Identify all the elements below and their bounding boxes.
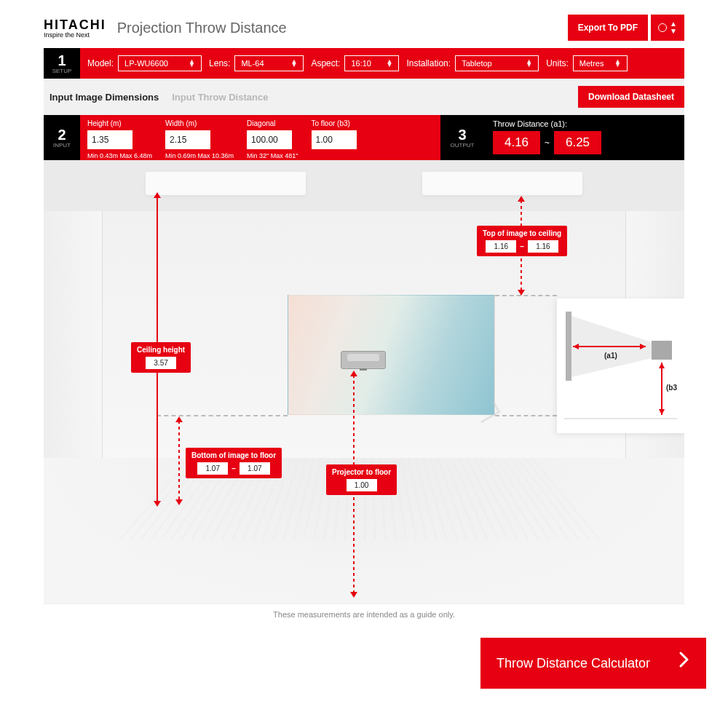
projection-screen bbox=[288, 295, 495, 415]
units-select[interactable]: Metres ▲▼ bbox=[573, 55, 628, 71]
setup-bar: 1 SETUP Model: LP-WU6600 ▲▼ Lens: ML-64 … bbox=[44, 48, 684, 79]
lens-select[interactable]: ML-64 ▲▼ bbox=[234, 55, 304, 71]
guide-line bbox=[495, 295, 557, 296]
brand-logo: HITACHI Inspire the Next bbox=[44, 17, 106, 39]
step-1-label: SETUP bbox=[52, 68, 72, 74]
units-value: Metres bbox=[579, 59, 604, 68]
model-label: Model: bbox=[87, 58, 114, 68]
width-hint: Min 0.69m Max 10.36m bbox=[165, 152, 234, 159]
projector-icon[interactable] bbox=[341, 351, 386, 369]
lens-value: ML-64 bbox=[241, 59, 264, 68]
tab-bar: Input Image Dimensions Input Throw Dista… bbox=[44, 79, 684, 115]
range-separator: ~ bbox=[545, 138, 550, 148]
guide-line bbox=[495, 415, 557, 416]
projector-to-floor-input[interactable] bbox=[347, 479, 377, 491]
language-toggle-button[interactable]: ▲▼ bbox=[651, 15, 684, 41]
aspect-select[interactable]: 16:10 ▲▼ bbox=[344, 55, 399, 71]
throw-distance-label: Throw Distance (a1): bbox=[493, 119, 676, 128]
caret-icon: ▲▼ bbox=[670, 20, 677, 35]
height-input[interactable] bbox=[87, 130, 132, 149]
height-label: Height (m) bbox=[87, 119, 152, 127]
diagonal-label: Diagonal bbox=[247, 119, 298, 127]
svg-marker-8 bbox=[659, 409, 665, 415]
caret-icon: ▲▼ bbox=[614, 60, 621, 68]
top-to-ceiling-max-input[interactable] bbox=[528, 240, 558, 253]
svg-marker-7 bbox=[659, 363, 665, 368]
chevron-right-icon bbox=[678, 651, 690, 676]
step-3-box: 3 OUTPUT bbox=[440, 115, 484, 160]
caret-icon: ▲▼ bbox=[189, 60, 195, 68]
header: HITACHI Inspire the Next Projection Thro… bbox=[44, 15, 684, 41]
throw-distance-max: 6.25 bbox=[554, 131, 601, 154]
step-2-box: 2 INPUT bbox=[44, 115, 80, 160]
model-value: LP-WU6600 bbox=[124, 59, 168, 68]
caret-icon: ▲▼ bbox=[526, 60, 532, 68]
units-label: Units: bbox=[546, 58, 569, 68]
install-select[interactable]: Tabletop ▲▼ bbox=[455, 55, 539, 71]
bottom-to-floor-min-input[interactable] bbox=[197, 462, 228, 475]
ceiling-height-input[interactable] bbox=[146, 357, 176, 369]
export-pdf-button[interactable]: Export To PDF bbox=[568, 15, 648, 41]
io-bar: 2 INPUT Height (m) Min 0.43m Max 6.48m W… bbox=[44, 115, 684, 160]
width-label: Width (m) bbox=[165, 119, 234, 127]
bottom-to-floor-arrow bbox=[178, 421, 180, 501]
tofloor-input[interactable] bbox=[312, 130, 357, 149]
step-3-label: OUTPUT bbox=[451, 142, 475, 149]
svg-rect-0 bbox=[566, 312, 571, 381]
range-separator: – bbox=[232, 464, 236, 472]
step-1-box: 1 SETUP bbox=[44, 48, 80, 79]
svg-rect-2 bbox=[652, 341, 672, 360]
top-to-ceiling-label: Top of image to ceiling bbox=[483, 229, 561, 237]
install-label: Installation: bbox=[406, 58, 451, 68]
range-separator: – bbox=[520, 242, 524, 250]
disclaimer-text: These measurements are intended as a gui… bbox=[44, 604, 684, 625]
aspect-value: 16:10 bbox=[351, 59, 371, 68]
brand-name: HITACHI bbox=[44, 17, 106, 33]
projector-to-floor-label: Projector to floor bbox=[332, 468, 391, 476]
install-value: Tabletop bbox=[462, 59, 492, 68]
tab-image-dimensions[interactable]: Input Image Dimensions bbox=[50, 92, 159, 103]
tofloor-label: To floor (b3) bbox=[312, 119, 357, 127]
width-input[interactable] bbox=[165, 130, 210, 149]
top-to-ceiling-min-input[interactable] bbox=[486, 240, 516, 253]
projector-to-floor-box: Projector to floor bbox=[326, 464, 397, 495]
bottom-to-floor-label: Bottom of image to floor bbox=[191, 451, 276, 459]
page-title: Projection Throw Distance bbox=[117, 20, 287, 36]
step-2-number: 2 bbox=[58, 127, 66, 142]
cta-label: Throw Distance Calculator bbox=[496, 652, 650, 675]
bottom-to-floor-max-input[interactable] bbox=[240, 462, 270, 475]
room-ceiling bbox=[44, 160, 684, 211]
room-visualization: Ceiling height Top of image to ceiling –… bbox=[44, 160, 684, 625]
globe-icon bbox=[658, 23, 667, 32]
throw-distance-calculator-cta[interactable]: Throw Distance Calculator bbox=[480, 638, 706, 689]
b3-label: (b3) bbox=[666, 384, 677, 392]
throw-distance-min: 4.16 bbox=[493, 131, 540, 154]
step-2-label: INPUT bbox=[53, 142, 71, 149]
side-view-diagram: (a1) (b3) bbox=[557, 298, 684, 433]
step-3-number: 3 bbox=[458, 127, 466, 142]
bottom-to-floor-box: Bottom of image to floor – bbox=[186, 448, 282, 478]
download-datasheet-button[interactable]: Download Datasheet bbox=[578, 86, 684, 108]
aspect-label: Aspect: bbox=[311, 58, 340, 68]
caret-icon: ▲▼ bbox=[387, 60, 393, 68]
tab-throw-distance[interactable]: Input Throw Distance bbox=[172, 92, 268, 103]
diagonal-input[interactable] bbox=[247, 130, 292, 149]
caret-icon: ▲▼ bbox=[290, 60, 297, 68]
lens-label: Lens: bbox=[209, 58, 230, 68]
model-select[interactable]: LP-WU6600 ▲▼ bbox=[118, 55, 202, 71]
step-1-number: 1 bbox=[58, 53, 66, 68]
top-to-ceiling-box: Top of image to ceiling – bbox=[477, 226, 567, 256]
height-hint: Min 0.43m Max 6.48m bbox=[87, 152, 152, 159]
a1-label: (a1) bbox=[604, 352, 617, 360]
ceiling-height-label: Ceiling height bbox=[137, 346, 185, 354]
ceiling-height-box: Ceiling height bbox=[131, 342, 191, 373]
diagonal-hint: Min 32" Max 481" bbox=[247, 152, 298, 159]
